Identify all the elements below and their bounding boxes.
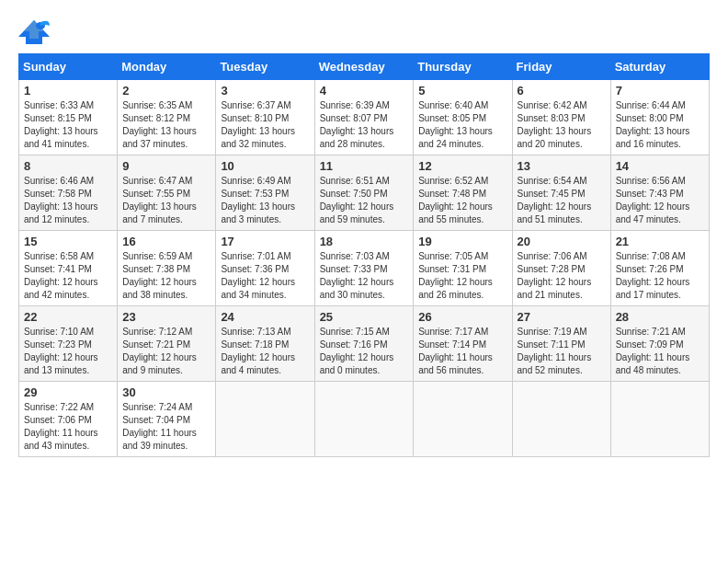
day-info: Sunrise: 7:19 AMSunset: 7:11 PMDaylight:… <box>518 326 606 377</box>
day-number: 14 <box>616 159 704 173</box>
day-info: Sunrise: 6:39 AMSunset: 8:07 PMDaylight:… <box>320 99 409 151</box>
calendar-day-cell: 6Sunrise: 6:42 AMSunset: 8:03 PMDaylight… <box>512 80 610 155</box>
calendar-day-cell: 30Sunrise: 7:24 AMSunset: 7:04 PMDayligh… <box>118 382 216 457</box>
day-info: Sunrise: 6:52 AMSunset: 7:48 PMDaylight:… <box>418 175 506 226</box>
calendar-day-cell: 1Sunrise: 6:33 AMSunset: 8:15 PMDaylight… <box>19 80 118 155</box>
calendar-week-row: 8Sunrise: 6:46 AMSunset: 7:58 PMDaylight… <box>19 155 710 231</box>
day-number: 11 <box>320 159 409 173</box>
day-number: 2 <box>122 84 210 98</box>
day-number: 18 <box>320 235 409 248</box>
day-info: Sunrise: 6:44 AMSunset: 8:00 PMDaylight:… <box>616 99 704 151</box>
calendar-day-cell: 9Sunrise: 6:47 AMSunset: 7:55 PMDaylight… <box>118 155 216 231</box>
calendar-day-cell: 12Sunrise: 6:52 AMSunset: 7:48 PMDayligh… <box>414 155 512 231</box>
calendar-table: SundayMondayTuesdayWednesdayThursdayFrid… <box>18 53 710 457</box>
day-number: 3 <box>221 84 309 98</box>
weekday-header-wednesday: Wednesday <box>314 54 414 80</box>
calendar-day-cell: 5Sunrise: 6:40 AMSunset: 8:05 PMDaylight… <box>414 80 512 155</box>
calendar-day-cell: 15Sunrise: 6:58 AMSunset: 7:41 PMDayligh… <box>19 231 118 306</box>
day-info: Sunrise: 7:08 AMSunset: 7:26 PMDaylight:… <box>616 250 704 302</box>
calendar-day-cell: 22Sunrise: 7:10 AMSunset: 7:23 PMDayligh… <box>19 306 118 382</box>
calendar-day-cell: 23Sunrise: 7:12 AMSunset: 7:21 PMDayligh… <box>118 306 216 382</box>
calendar-week-row: 15Sunrise: 6:58 AMSunset: 7:41 PMDayligh… <box>19 231 710 306</box>
calendar-day-cell: 24Sunrise: 7:13 AMSunset: 7:18 PMDayligh… <box>216 306 314 382</box>
day-number: 4 <box>320 84 409 98</box>
day-info: Sunrise: 6:42 AMSunset: 8:03 PMDaylight:… <box>518 99 606 151</box>
day-number: 7 <box>616 84 704 98</box>
calendar-day-cell: 17Sunrise: 7:01 AMSunset: 7:36 PMDayligh… <box>216 231 314 306</box>
calendar-day-cell <box>512 382 610 457</box>
day-number: 12 <box>418 159 506 173</box>
calendar-day-cell: 28Sunrise: 7:21 AMSunset: 7:09 PMDayligh… <box>610 306 709 382</box>
day-number: 21 <box>616 235 704 248</box>
day-number: 20 <box>518 235 606 248</box>
calendar-day-cell: 18Sunrise: 7:03 AMSunset: 7:33 PMDayligh… <box>314 231 414 306</box>
day-info: Sunrise: 7:21 AMSunset: 7:09 PMDaylight:… <box>616 326 704 377</box>
day-number: 9 <box>122 159 210 173</box>
calendar-day-cell <box>414 382 512 457</box>
day-number: 13 <box>518 159 606 173</box>
day-number: 27 <box>518 310 606 324</box>
calendar-day-cell: 11Sunrise: 6:51 AMSunset: 7:50 PMDayligh… <box>314 155 414 231</box>
calendar-day-cell: 16Sunrise: 6:59 AMSunset: 7:38 PMDayligh… <box>118 231 216 306</box>
calendar-day-cell: 21Sunrise: 7:08 AMSunset: 7:26 PMDayligh… <box>610 231 709 306</box>
day-info: Sunrise: 7:13 AMSunset: 7:18 PMDaylight:… <box>221 326 309 377</box>
day-number: 19 <box>418 235 506 248</box>
logo-icon <box>18 18 50 44</box>
day-number: 10 <box>221 159 309 173</box>
weekday-header-monday: Monday <box>118 54 216 80</box>
day-info: Sunrise: 6:58 AMSunset: 7:41 PMDaylight:… <box>24 250 112 302</box>
calendar-header-row: SundayMondayTuesdayWednesdayThursdayFrid… <box>19 54 710 80</box>
day-info: Sunrise: 7:22 AMSunset: 7:06 PMDaylight:… <box>24 401 112 453</box>
calendar-day-cell: 4Sunrise: 6:39 AMSunset: 8:07 PMDaylight… <box>314 80 414 155</box>
day-number: 23 <box>122 310 210 324</box>
weekday-header-friday: Friday <box>512 54 610 80</box>
day-info: Sunrise: 7:06 AMSunset: 7:28 PMDaylight:… <box>518 250 606 302</box>
calendar-day-cell: 7Sunrise: 6:44 AMSunset: 8:00 PMDaylight… <box>610 80 709 155</box>
day-info: Sunrise: 7:15 AMSunset: 7:16 PMDaylight:… <box>320 326 409 377</box>
calendar-day-cell: 25Sunrise: 7:15 AMSunset: 7:16 PMDayligh… <box>314 306 414 382</box>
day-number: 24 <box>221 310 309 324</box>
calendar-day-cell: 13Sunrise: 6:54 AMSunset: 7:45 PMDayligh… <box>512 155 610 231</box>
day-info: Sunrise: 7:03 AMSunset: 7:33 PMDaylight:… <box>320 250 409 302</box>
day-info: Sunrise: 6:46 AMSunset: 7:58 PMDaylight:… <box>24 175 112 226</box>
day-number: 6 <box>518 84 606 98</box>
weekday-header-saturday: Saturday <box>610 54 709 80</box>
calendar-day-cell: 8Sunrise: 6:46 AMSunset: 7:58 PMDaylight… <box>19 155 118 231</box>
day-info: Sunrise: 6:33 AMSunset: 8:15 PMDaylight:… <box>24 99 112 151</box>
day-number: 28 <box>616 310 704 324</box>
day-info: Sunrise: 7:12 AMSunset: 7:21 PMDaylight:… <box>122 326 210 377</box>
day-number: 25 <box>320 310 409 324</box>
calendar-week-row: 1Sunrise: 6:33 AMSunset: 8:15 PMDaylight… <box>19 80 710 155</box>
day-number: 16 <box>122 235 210 248</box>
logo <box>18 18 53 44</box>
day-info: Sunrise: 6:37 AMSunset: 8:10 PMDaylight:… <box>221 99 309 151</box>
day-info: Sunrise: 6:35 AMSunset: 8:12 PMDaylight:… <box>122 99 210 151</box>
day-number: 30 <box>122 385 210 399</box>
calendar-day-cell: 27Sunrise: 7:19 AMSunset: 7:11 PMDayligh… <box>512 306 610 382</box>
weekday-header-thursday: Thursday <box>414 54 512 80</box>
day-number: 1 <box>24 84 112 98</box>
day-number: 26 <box>418 310 506 324</box>
calendar-week-row: 22Sunrise: 7:10 AMSunset: 7:23 PMDayligh… <box>19 306 710 382</box>
calendar-day-cell <box>314 382 414 457</box>
day-number: 17 <box>221 235 309 248</box>
day-info: Sunrise: 6:47 AMSunset: 7:55 PMDaylight:… <box>122 175 210 226</box>
weekday-header-tuesday: Tuesday <box>216 54 314 80</box>
calendar-day-cell <box>610 382 709 457</box>
day-info: Sunrise: 7:05 AMSunset: 7:31 PMDaylight:… <box>418 250 506 302</box>
day-number: 29 <box>24 385 112 399</box>
day-number: 22 <box>24 310 112 324</box>
day-info: Sunrise: 6:40 AMSunset: 8:05 PMDaylight:… <box>418 99 506 151</box>
calendar-week-row: 29Sunrise: 7:22 AMSunset: 7:06 PMDayligh… <box>19 382 710 457</box>
calendar-day-cell: 29Sunrise: 7:22 AMSunset: 7:06 PMDayligh… <box>19 382 118 457</box>
calendar-day-cell: 14Sunrise: 6:56 AMSunset: 7:43 PMDayligh… <box>610 155 709 231</box>
weekday-header-sunday: Sunday <box>19 54 118 80</box>
page-header <box>18 18 710 44</box>
day-info: Sunrise: 6:51 AMSunset: 7:50 PMDaylight:… <box>320 175 409 226</box>
day-info: Sunrise: 7:24 AMSunset: 7:04 PMDaylight:… <box>122 401 210 453</box>
calendar-day-cell: 26Sunrise: 7:17 AMSunset: 7:14 PMDayligh… <box>414 306 512 382</box>
calendar-day-cell: 20Sunrise: 7:06 AMSunset: 7:28 PMDayligh… <box>512 231 610 306</box>
calendar-day-cell: 2Sunrise: 6:35 AMSunset: 8:12 PMDaylight… <box>118 80 216 155</box>
calendar-day-cell <box>216 382 314 457</box>
day-number: 8 <box>24 159 112 173</box>
